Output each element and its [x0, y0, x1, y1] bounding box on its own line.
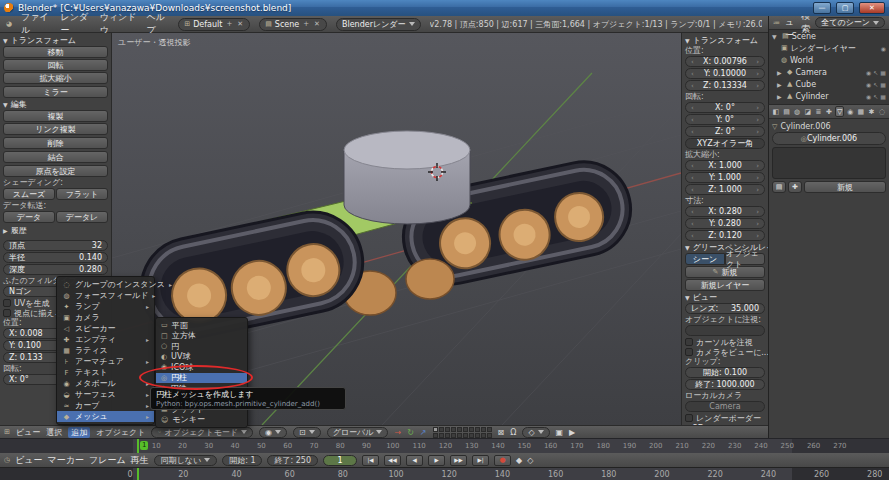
dimensions-y-field[interactable]: Y: 0.280 — [685, 218, 765, 229]
scale-button[interactable]: 拡大縮小 — [3, 72, 108, 84]
render-icon[interactable]: ▦ — [880, 69, 886, 76]
local-camera-field[interactable]: Camera — [685, 401, 765, 412]
timeline-ruler[interactable]: 020406080100120140160180200220240260280 — [0, 467, 889, 480]
link-duplicate-button[interactable]: リンク複製 — [3, 123, 108, 135]
panel-header-view[interactable]: ▼ ビュー — [685, 292, 765, 303]
data-transfer-button[interactable]: データ — [3, 211, 55, 223]
insert-keyframe-icon[interactable]: ◇ — [527, 456, 533, 465]
lock-to-cursor-checkbox[interactable]: カーソルを注視 — [685, 337, 765, 347]
panel-header-transform-n[interactable]: ▼ トランスフォーム — [685, 35, 765, 46]
play-button[interactable]: ▶ — [428, 455, 445, 466]
add-layout-button[interactable]: + — [225, 20, 233, 28]
add-curve-item[interactable]: ≈ カーブ ▸ — [57, 400, 154, 411]
scale-manipulator-icon[interactable]: ↗ — [420, 428, 427, 437]
panel-header-edit[interactable]: ▼ 編集 — [3, 99, 108, 110]
tab-material-icon[interactable]: ◉ — [845, 106, 855, 117]
expand-arrow-icon[interactable]: ▼ — [772, 33, 779, 40]
minimize-button[interactable]: — — [813, 2, 831, 14]
add-scene-button[interactable]: + — [302, 20, 310, 28]
close-scene-button[interactable]: ✕ — [313, 20, 321, 28]
eye-icon[interactable]: ◉ — [866, 69, 871, 76]
gp-scene-tab[interactable]: シーン — [685, 253, 725, 265]
view-menu[interactable]: ビュー — [16, 427, 40, 438]
mode-selector[interactable]: ◦ オブジェクトモード — [151, 427, 253, 438]
dimensions-x-field[interactable]: X: 0.280 — [685, 206, 765, 217]
mesh-plane-item[interactable]: ▭ 平面 — [156, 320, 247, 331]
select-icon[interactable]: ↖ — [873, 81, 878, 88]
timeline-frame-menu[interactable]: フレーム — [89, 454, 126, 467]
layers-grid[interactable] — [433, 427, 492, 438]
add-menu[interactable]: 追加 — [68, 427, 90, 438]
add-force-field-item[interactable]: ◍ フォースフィールド ▸ — [57, 290, 154, 301]
add-armature-item[interactable]: ⊦ アーマチュア ▸ — [57, 356, 154, 367]
render-icon[interactable]: ◉ — [881, 45, 886, 52]
panel-header-transform[interactable]: ▼ トランスフォーム — [3, 35, 108, 46]
lens-field[interactable]: レンズ: 35.000 — [685, 303, 765, 314]
current-frame-line[interactable] — [137, 468, 139, 480]
shade-smooth-button[interactable]: スムーズ — [3, 188, 55, 200]
current-frame-field[interactable]: 1 — [323, 455, 357, 466]
tab-render-layers-icon[interactable]: ▤ — [782, 106, 792, 117]
tab-render-icon[interactable]: ◧ — [771, 106, 781, 117]
datablock-name-field[interactable]: ◎ Cylinder.006 — [772, 132, 886, 145]
prev-keyframe-button[interactable]: ◀◀ — [384, 455, 401, 466]
add-lamp-item[interactable]: ✦ ランプ ▸ — [57, 301, 154, 312]
eye-icon[interactable]: ◉ — [866, 81, 871, 88]
add-mesh-item[interactable]: ◆ メッシュ ▸ — [57, 411, 154, 422]
location-y-field[interactable]: Y: 0.10000 — [685, 68, 765, 79]
rotation-z-field[interactable]: Z: 0° — [685, 126, 765, 137]
timeline-editor-icon[interactable]: ◷ — [4, 456, 10, 464]
timeline-marker-menu[interactable]: マーカー — [48, 454, 84, 467]
outliner-item-render-layers[interactable]: ▣ レンダーレイヤー ◉ — [769, 42, 889, 54]
tab-world-icon[interactable]: ◪ — [803, 106, 813, 117]
scale-y-field[interactable]: Y: 1.000 — [685, 172, 765, 183]
timeline-playback-menu[interactable]: 再生 — [131, 454, 149, 467]
panel-header-history[interactable]: ▶ 履歴 — [3, 225, 108, 236]
translate-button[interactable]: 移動 — [3, 46, 108, 58]
set-origin-button[interactable]: 原点を設定 — [3, 165, 108, 177]
timeline-view-menu[interactable]: ビュー — [15, 454, 42, 467]
duplicate-button[interactable]: 複製 — [3, 110, 108, 122]
viewport-editor-icon[interactable]: ⊞ — [4, 428, 10, 436]
lock-icon[interactable]: ⊠ — [498, 428, 505, 437]
radius-field[interactable]: 半径 0.140 — [3, 252, 108, 263]
outliner-item-camera[interactable]: ▶ ◆ Camera ◉ ↖ ▦ — [769, 66, 889, 78]
shade-flat-button[interactable]: フラット — [56, 188, 108, 200]
scale-z-field[interactable]: Z: 1.000 — [685, 184, 765, 195]
maximize-button[interactable]: ▢ — [836, 2, 854, 14]
mesh-monkey-item[interactable]: ☺ モンキー — [156, 415, 247, 426]
auto-keyframe-button[interactable]: ● — [494, 455, 511, 466]
location-z-field[interactable]: Z: 0.13334 — [685, 80, 765, 91]
mirror-button[interactable]: ミラー — [3, 86, 108, 98]
add-icon-button[interactable]: ✚ — [788, 181, 802, 193]
play-reverse-button[interactable]: ◀ — [406, 455, 423, 466]
expand-arrow-icon[interactable]: ▶ — [777, 81, 784, 88]
add-group-instance-item[interactable]: ◌ グループのインスタンス ▸ — [57, 279, 154, 290]
mesh-uv-sphere-item[interactable]: ◐ UV球 — [156, 352, 247, 363]
tab-object-icon[interactable]: ≣ — [814, 106, 824, 117]
select-menu[interactable]: 選択 — [46, 427, 62, 438]
viewport-shading-selector[interactable]: ◉ — [259, 427, 287, 438]
render-icon[interactable]: ▦ — [880, 93, 886, 100]
translate-manipulator-icon[interactable]: → — [394, 428, 401, 437]
expand-arrow-icon[interactable]: ▶ — [777, 93, 784, 100]
list-icon-button[interactable]: ▤ — [772, 181, 786, 193]
location-x-field[interactable]: X: 0.00796 — [685, 56, 765, 67]
rotation-y-field[interactable]: Y: 0° — [685, 114, 765, 125]
select-icon[interactable]: ↖ — [873, 93, 878, 100]
close-button[interactable]: ✕ — [859, 2, 885, 14]
mesh-circle-item[interactable]: ○ 円 — [156, 341, 247, 352]
rotate-button[interactable]: 回転 — [3, 59, 108, 71]
data-layout-transfer-button[interactable]: データレ — [56, 211, 108, 223]
tab-object-data-icon[interactable]: ▽ — [835, 106, 845, 117]
add-lattice-item[interactable]: ▦ ラティス — [57, 345, 154, 356]
outliner-editor-icon[interactable]: ≔ — [773, 19, 780, 27]
tab-particles-icon[interactable]: ✱ — [867, 106, 877, 117]
add-empty-item[interactable]: ✚ エンプティ ▸ — [57, 334, 154, 345]
snap-magnet-icon[interactable]: Ω — [510, 428, 516, 437]
rotate-manipulator-icon[interactable]: ↻ — [407, 428, 414, 437]
depth-field[interactable]: 深度 0.280 — [3, 264, 108, 275]
clip-end-field[interactable]: 終了: 1000.000 — [685, 379, 765, 390]
render-border-checkbox[interactable]: レンダーボーダー — [685, 413, 765, 423]
keying-set-icon[interactable]: ◆ — [516, 456, 522, 465]
